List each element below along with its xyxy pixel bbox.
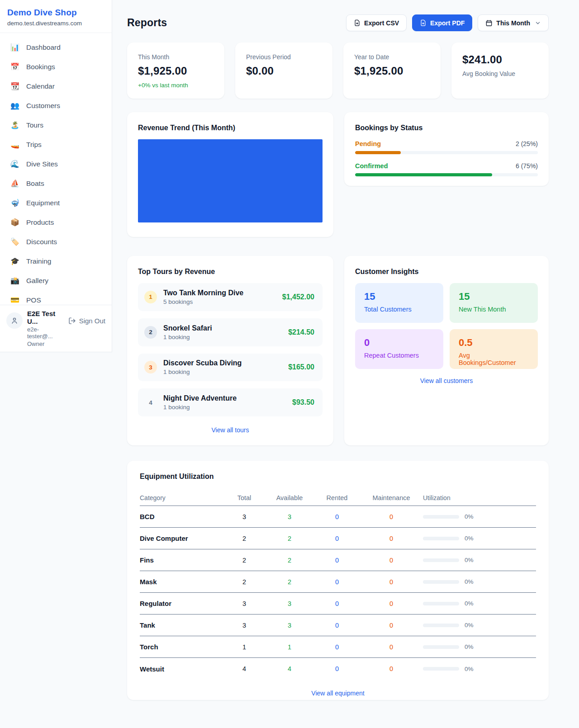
view-all-customers-link[interactable]: View all customers [355,377,538,384]
utilization-bar [423,645,459,649]
status-label-pending: Pending [355,140,381,147]
sailboat-icon: ⛵ [10,179,20,188]
stat-value: $1,925.00 [354,65,430,77]
insight-value: 0 [364,337,434,349]
sidebar-item-label: Customers [26,102,60,110]
cell-utilization: 0% [465,643,474,650]
cell-available: 4 [265,665,314,672]
customers-icon: 👥 [10,101,20,110]
column-header-available: Available [265,494,314,501]
equipment-table: Category Total Available Rented Maintena… [140,490,536,680]
stat-card-avg-booking-value: $241.00 Avg Booking Value [451,43,549,99]
table-row: BCD 3 3 0 0 0% [140,506,536,528]
sidebar-item-gallery[interactable]: 📸 Gallery [5,271,106,290]
tour-row[interactable]: 4 Night Dive Adventure 1 booking $93.50 [138,388,323,416]
sidebar-item-label: Equipment [26,199,60,207]
sidebar-item-boats[interactable]: ⛵ Boats [5,174,106,193]
stat-label: Avg Booking Value [462,70,538,77]
cell-available: 2 [265,557,314,564]
status-count-pending: 2 (25%) [516,140,538,147]
cell-total: 3 [224,600,265,607]
export-csv-button[interactable]: Export CSV [346,14,407,31]
sidebar-item-discounts[interactable]: 🏷️ Discounts [5,232,106,251]
sidebar-item-label: Gallery [26,277,48,285]
utilization-bar [423,624,459,627]
table-row: Torch 1 1 0 0 0% [140,636,536,658]
cell-rented: 0 [314,578,360,586]
cell-utilization: 0% [465,666,474,672]
stat-card-year-to-date: Year to Date $1,925.00 [343,43,441,99]
sidebar-item-dashboard[interactable]: 📊 Dashboard [5,38,106,57]
cell-total: 2 [224,578,265,586]
table-row: Mask 2 2 0 0 0% [140,571,536,593]
sidebar-item-products[interactable]: 📦 Products [5,213,106,232]
view-all-equipment-link[interactable]: View all equipment [140,690,536,697]
sidebar-item-customers[interactable]: 👥 Customers [5,96,106,115]
cell-rented: 0 [314,600,360,607]
cell-total: 3 [224,513,265,520]
cell-rented: 0 [314,535,360,542]
sidebar-item-label: Bookings [26,63,55,71]
sidebar-item-trips[interactable]: 🚤 Trips [5,135,106,154]
status-count-confirmed: 6 (75%) [516,162,538,170]
period-dropdown[interactable]: This Month [478,14,549,31]
sidebar-item-equipment[interactable]: 🤿 Equipment [5,193,106,213]
confirmed-progress-track [355,173,538,176]
tour-revenue: $165.00 [288,363,314,371]
cell-rented: 0 [314,643,360,651]
cell-category: BCD [140,513,224,520]
export-pdf-button[interactable]: Export PDF [412,14,472,31]
calendar-icon [485,19,493,27]
sidebar-item-label: Training [26,257,51,265]
user-role: Owner [27,340,64,347]
sidebar-item-label: Tours [26,121,43,129]
sidebar-item-label: Discounts [26,238,57,246]
sign-out-label: Sign Out [79,317,105,325]
view-all-tours-link[interactable]: View all tours [138,426,323,434]
insight-label: Total Customers [364,306,434,313]
sidebar-item-training[interactable]: 🎓 Training [5,251,106,271]
sidebar-item-bookings[interactable]: 📅 Bookings [5,57,106,76]
tour-row[interactable]: 3 Discover Scuba Diving 1 booking $165.0… [138,354,323,382]
column-header-rented: Rented [314,494,360,501]
rank-badge: 3 [144,361,157,373]
brand-name[interactable]: Demo Dive Shop [7,8,104,18]
sidebar-item-dive-sites[interactable]: 🌊 Dive Sites [5,154,106,174]
tour-name: Snorkel Safari [163,324,282,332]
brand-block: Demo Dive Shop demo.test.divestreams.com [0,0,112,33]
stat-value: $1,925.00 [138,65,214,77]
insight-label: Repeat Customers [364,352,434,359]
bookings-calendar-icon: 📅 [10,62,20,71]
sign-out-button[interactable]: Sign Out [68,317,105,325]
cell-maintenance: 0 [360,535,423,542]
cell-utilization: 0% [465,578,474,585]
tour-row[interactable]: 2 Snorkel Safari 1 booking $214.50 [138,318,323,346]
credit-card-icon: 💳 [10,296,20,304]
customer-insights-title: Customer Insights [355,268,538,276]
tour-row[interactable]: 1 Two Tank Morning Dive 5 bookings $1,45… [138,283,323,311]
stat-cards-row: This Month $1,925.00 +0% vs last month P… [127,43,549,99]
sidebar-item-pos[interactable]: 💳 POS [5,290,106,305]
sidebar-item-calendar[interactable]: 📆 Calendar [5,76,106,96]
confirmed-progress-fill [355,173,492,176]
status-label-confirmed: Confirmed [355,162,388,170]
utilization-bar [423,537,459,540]
stat-value: $0.00 [246,65,322,77]
sidebar-item-tours[interactable]: 🏝️ Tours [5,115,106,135]
cell-category: Fins [140,556,224,564]
insight-tile-new-this-month: 15 New This Month [450,283,538,323]
insight-value: 0.5 [459,337,529,349]
cell-total: 2 [224,557,265,564]
revenue-trend-chart [138,139,323,222]
stat-card-this-month: This Month $1,925.00 +0% vs last month [127,43,224,99]
camera-icon: 📸 [10,276,20,285]
utilization-bar [423,602,459,605]
cell-maintenance: 0 [360,643,423,651]
table-row: Wetsuit 4 4 0 0 0% [140,658,536,680]
user-name: E2E Test U... [27,310,64,325]
sidebar-item-label: Products [26,218,54,227]
sidebar-nav: 📊 Dashboard 📅 Bookings 📆 Calendar 👥 Cust… [0,33,112,305]
page-title: Reports [127,17,167,29]
tour-name: Two Tank Morning Dive [163,289,276,297]
pending-progress-fill [355,151,401,154]
